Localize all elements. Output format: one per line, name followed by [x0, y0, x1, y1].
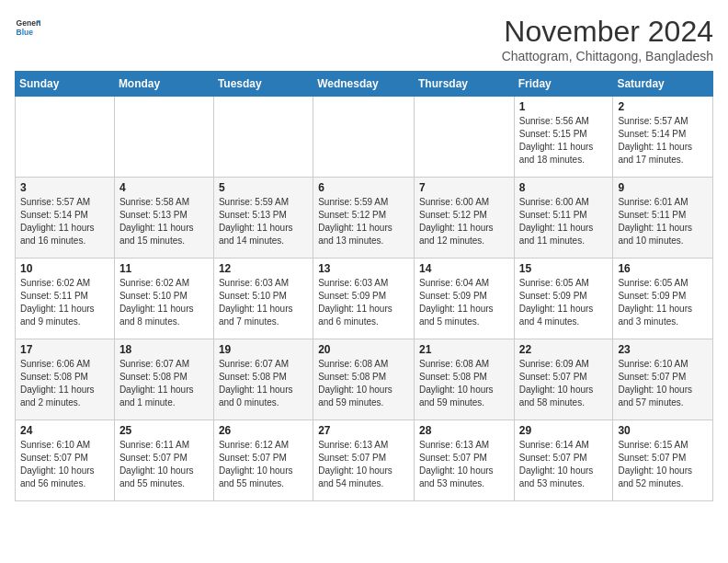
day-info: Sunrise: 6:01 AM Sunset: 5:11 PM Dayligh…: [618, 196, 708, 247]
calendar-cell: 20Sunrise: 6:08 AM Sunset: 5:08 PM Dayli…: [313, 339, 415, 420]
calendar-week-1: 1Sunrise: 5:56 AM Sunset: 5:15 PM Daylig…: [16, 97, 713, 178]
weekday-header-saturday: Saturday: [613, 72, 713, 97]
title-block: November 2024 Chattogram, Chittagong, Ba…: [502, 15, 713, 63]
calendar-cell: 10Sunrise: 6:02 AM Sunset: 5:11 PM Dayli…: [16, 259, 115, 339]
svg-text:Blue: Blue: [17, 28, 34, 37]
month-title: November 2024: [502, 15, 713, 49]
calendar-cell: 2Sunrise: 5:57 AM Sunset: 5:14 PM Daylig…: [613, 97, 713, 178]
day-number: 1: [519, 100, 609, 113]
weekday-header-monday: Monday: [114, 72, 213, 97]
day-number: 9: [618, 181, 708, 194]
weekday-header-wednesday: Wednesday: [313, 72, 415, 97]
calendar-week-5: 24Sunrise: 6:10 AM Sunset: 5:07 PM Dayli…: [16, 420, 713, 501]
day-info: Sunrise: 6:03 AM Sunset: 5:10 PM Dayligh…: [219, 277, 308, 328]
day-number: 25: [119, 424, 209, 437]
subtitle: Chattogram, Chittagong, Bangladesh: [502, 49, 713, 63]
day-number: 13: [318, 262, 409, 275]
day-number: 8: [519, 181, 609, 194]
calendar-week-2: 3Sunrise: 5:57 AM Sunset: 5:14 PM Daylig…: [16, 178, 713, 259]
day-info: Sunrise: 5:57 AM Sunset: 5:14 PM Dayligh…: [20, 196, 109, 247]
day-info: Sunrise: 6:13 AM Sunset: 5:07 PM Dayligh…: [318, 439, 409, 490]
calendar-cell: 27Sunrise: 6:13 AM Sunset: 5:07 PM Dayli…: [313, 420, 415, 501]
calendar-week-3: 10Sunrise: 6:02 AM Sunset: 5:11 PM Dayli…: [16, 259, 713, 339]
day-number: 18: [119, 343, 209, 356]
day-number: 17: [20, 343, 109, 356]
calendar-cell: [16, 97, 115, 178]
calendar-cell: 24Sunrise: 6:10 AM Sunset: 5:07 PM Dayli…: [16, 420, 115, 501]
calendar-cell: [114, 97, 213, 178]
calendar-cell: 15Sunrise: 6:05 AM Sunset: 5:09 PM Dayli…: [514, 259, 613, 339]
calendar-cell: [213, 97, 313, 178]
calendar-cell: 3Sunrise: 5:57 AM Sunset: 5:14 PM Daylig…: [16, 178, 115, 259]
day-info: Sunrise: 6:03 AM Sunset: 5:09 PM Dayligh…: [318, 277, 409, 328]
day-info: Sunrise: 5:59 AM Sunset: 5:13 PM Dayligh…: [219, 196, 308, 247]
day-number: 24: [20, 424, 109, 437]
day-number: 7: [419, 181, 509, 194]
calendar-cell: 28Sunrise: 6:13 AM Sunset: 5:07 PM Dayli…: [414, 420, 514, 501]
day-number: 3: [20, 181, 109, 194]
calendar-cell: 26Sunrise: 6:12 AM Sunset: 5:07 PM Dayli…: [213, 420, 313, 501]
day-info: Sunrise: 6:08 AM Sunset: 5:08 PM Dayligh…: [419, 358, 509, 409]
day-number: 30: [618, 424, 708, 437]
day-info: Sunrise: 6:04 AM Sunset: 5:09 PM Dayligh…: [419, 277, 509, 328]
day-number: 27: [318, 424, 409, 437]
day-number: 21: [419, 343, 509, 356]
day-info: Sunrise: 6:12 AM Sunset: 5:07 PM Dayligh…: [219, 439, 308, 490]
weekday-header-thursday: Thursday: [414, 72, 514, 97]
day-number: 12: [219, 262, 308, 275]
day-number: 23: [618, 343, 708, 356]
day-info: Sunrise: 6:10 AM Sunset: 5:07 PM Dayligh…: [20, 439, 109, 490]
day-info: Sunrise: 6:08 AM Sunset: 5:08 PM Dayligh…: [318, 358, 409, 409]
day-info: Sunrise: 5:56 AM Sunset: 5:15 PM Dayligh…: [519, 115, 609, 167]
calendar-cell: 6Sunrise: 5:59 AM Sunset: 5:12 PM Daylig…: [313, 178, 415, 259]
day-info: Sunrise: 6:02 AM Sunset: 5:11 PM Dayligh…: [20, 277, 109, 328]
day-number: 10: [20, 262, 109, 275]
weekday-header-sunday: Sunday: [16, 72, 115, 97]
calendar-cell: 1Sunrise: 5:56 AM Sunset: 5:15 PM Daylig…: [514, 97, 613, 178]
calendar-cell: 14Sunrise: 6:04 AM Sunset: 5:09 PM Dayli…: [414, 259, 514, 339]
weekday-header-row: SundayMondayTuesdayWednesdayThursdayFrid…: [16, 72, 713, 97]
day-info: Sunrise: 6:10 AM Sunset: 5:07 PM Dayligh…: [618, 358, 708, 409]
day-number: 26: [219, 424, 308, 437]
day-info: Sunrise: 6:11 AM Sunset: 5:07 PM Dayligh…: [119, 439, 209, 490]
day-number: 29: [519, 424, 609, 437]
day-number: 6: [318, 181, 409, 194]
weekday-header-tuesday: Tuesday: [213, 72, 313, 97]
day-number: 11: [119, 262, 209, 275]
day-info: Sunrise: 6:07 AM Sunset: 5:08 PM Dayligh…: [119, 358, 209, 409]
calendar-week-4: 17Sunrise: 6:06 AM Sunset: 5:08 PM Dayli…: [16, 339, 713, 420]
calendar-cell: 30Sunrise: 6:15 AM Sunset: 5:07 PM Dayli…: [613, 420, 713, 501]
page-header: General Blue November 2024 Chattogram, C…: [15, 15, 713, 63]
calendar-cell: 11Sunrise: 6:02 AM Sunset: 5:10 PM Dayli…: [114, 259, 213, 339]
day-info: Sunrise: 6:06 AM Sunset: 5:08 PM Dayligh…: [20, 358, 109, 409]
calendar-cell: 23Sunrise: 6:10 AM Sunset: 5:07 PM Dayli…: [613, 339, 713, 420]
calendar-cell: 9Sunrise: 6:01 AM Sunset: 5:11 PM Daylig…: [613, 178, 713, 259]
day-info: Sunrise: 5:58 AM Sunset: 5:13 PM Dayligh…: [119, 196, 209, 247]
day-info: Sunrise: 6:00 AM Sunset: 5:11 PM Dayligh…: [519, 196, 609, 247]
logo: General Blue: [15, 15, 40, 40]
day-number: 14: [419, 262, 509, 275]
day-info: Sunrise: 5:57 AM Sunset: 5:14 PM Dayligh…: [618, 115, 708, 167]
day-info: Sunrise: 6:05 AM Sunset: 5:09 PM Dayligh…: [618, 277, 708, 328]
calendar-cell: 21Sunrise: 6:08 AM Sunset: 5:08 PM Dayli…: [414, 339, 514, 420]
day-info: Sunrise: 6:00 AM Sunset: 5:12 PM Dayligh…: [419, 196, 509, 247]
calendar-cell: 16Sunrise: 6:05 AM Sunset: 5:09 PM Dayli…: [613, 259, 713, 339]
logo-icon: General Blue: [15, 15, 40, 40]
day-number: 15: [519, 262, 609, 275]
day-number: 16: [618, 262, 708, 275]
calendar-cell: 25Sunrise: 6:11 AM Sunset: 5:07 PM Dayli…: [114, 420, 213, 501]
calendar-cell: 19Sunrise: 6:07 AM Sunset: 5:08 PM Dayli…: [213, 339, 313, 420]
calendar-cell: 4Sunrise: 5:58 AM Sunset: 5:13 PM Daylig…: [114, 178, 213, 259]
calendar-cell: [414, 97, 514, 178]
day-info: Sunrise: 6:13 AM Sunset: 5:07 PM Dayligh…: [419, 439, 509, 490]
calendar-cell: 7Sunrise: 6:00 AM Sunset: 5:12 PM Daylig…: [414, 178, 514, 259]
calendar-cell: 12Sunrise: 6:03 AM Sunset: 5:10 PM Dayli…: [213, 259, 313, 339]
calendar-cell: 17Sunrise: 6:06 AM Sunset: 5:08 PM Dayli…: [16, 339, 115, 420]
calendar-table: SundayMondayTuesdayWednesdayThursdayFrid…: [15, 71, 713, 501]
calendar-cell: 8Sunrise: 6:00 AM Sunset: 5:11 PM Daylig…: [514, 178, 613, 259]
day-info: Sunrise: 6:02 AM Sunset: 5:10 PM Dayligh…: [119, 277, 209, 328]
calendar-cell: 13Sunrise: 6:03 AM Sunset: 5:09 PM Dayli…: [313, 259, 415, 339]
calendar-cell: 18Sunrise: 6:07 AM Sunset: 5:08 PM Dayli…: [114, 339, 213, 420]
calendar-cell: 5Sunrise: 5:59 AM Sunset: 5:13 PM Daylig…: [213, 178, 313, 259]
day-number: 22: [519, 343, 609, 356]
